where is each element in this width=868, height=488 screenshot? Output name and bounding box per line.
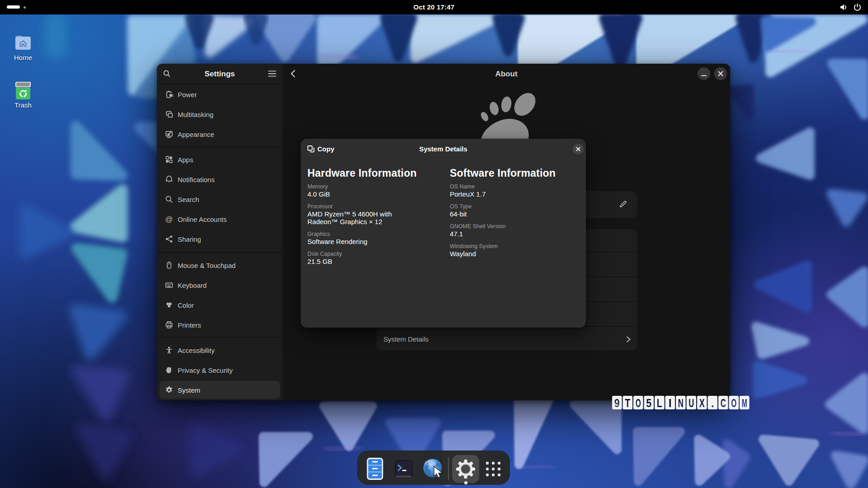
svg-text:@: @ (165, 215, 173, 224)
